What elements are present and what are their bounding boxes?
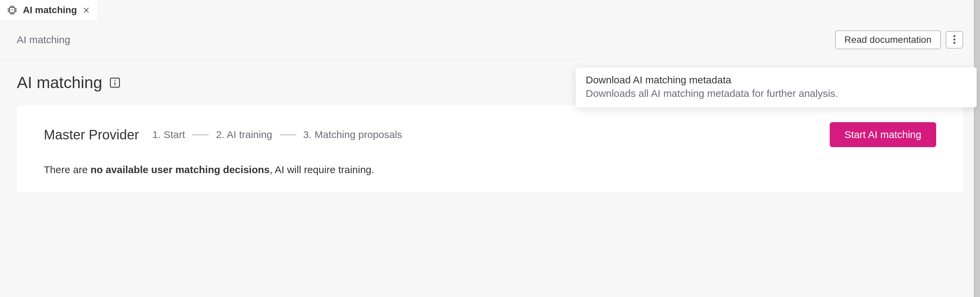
card-body: There are no available user matching dec… <box>44 164 936 176</box>
breadcrumb: AI matching <box>17 34 70 46</box>
svg-point-17 <box>953 38 955 40</box>
step-divider <box>280 134 296 135</box>
provider-name: Master Provider <box>44 127 139 142</box>
step-3: 3. Matching proposals <box>303 129 402 141</box>
start-ai-matching-button[interactable]: Start AI matching <box>830 122 936 147</box>
card-header: Master Provider 1. Start 2. AI training … <box>44 122 936 147</box>
steps: 1. Start 2. AI training 3. Matching prop… <box>152 129 816 141</box>
body-text-prefix: There are <box>44 164 90 175</box>
step-1: 1. Start <box>152 129 185 141</box>
menu-item-description: Downloads all AI matching metadata for f… <box>586 88 967 99</box>
close-icon[interactable] <box>82 6 90 14</box>
step-divider <box>192 134 208 135</box>
header-bar: AI matching Read documentation Download … <box>0 20 980 60</box>
kebab-icon <box>953 34 956 46</box>
step-2: 2. AI training <box>216 129 272 141</box>
more-options-button[interactable] <box>946 31 963 49</box>
read-documentation-button[interactable]: Read documentation <box>835 30 941 49</box>
svg-point-21 <box>115 80 116 81</box>
tab-ai-matching[interactable]: AI AI matching <box>0 0 97 20</box>
svg-point-16 <box>953 35 955 37</box>
body-text-suffix: , AI will require training. <box>270 164 374 175</box>
ai-chip-icon: AI <box>7 5 18 16</box>
page-title: AI matching <box>17 73 102 92</box>
provider-card: Master Provider 1. Start 2. AI training … <box>17 105 963 192</box>
tab-label: AI matching <box>23 5 77 16</box>
menu-item-title: Download AI matching metadata <box>586 74 967 86</box>
menu-item-download-metadata[interactable]: Download AI matching metadata Downloads … <box>586 74 967 99</box>
body-text-bold: no available user matching decisions <box>90 164 270 175</box>
info-icon[interactable] <box>108 76 122 89</box>
header-actions: Read documentation <box>835 30 963 49</box>
tab-bar: AI AI matching <box>0 0 980 20</box>
dropdown-menu: Download AI matching metadata Downloads … <box>576 67 977 107</box>
svg-point-18 <box>953 42 955 44</box>
svg-text:AI: AI <box>11 8 14 12</box>
